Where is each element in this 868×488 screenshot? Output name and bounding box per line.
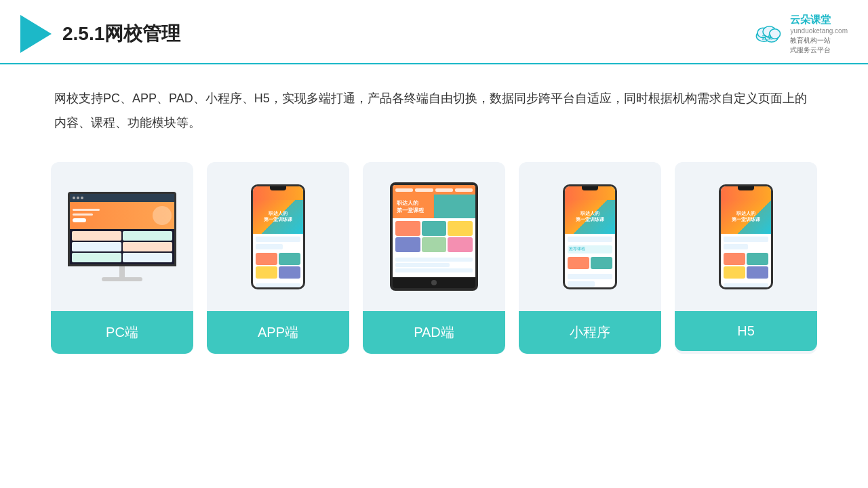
card-h5: 职达人的第一堂训练课 (675, 162, 817, 354)
svg-text:云朵: 云朵 (762, 35, 774, 41)
card-app-image: 职达人的第一堂训练课 (207, 162, 349, 311)
card-pc: PC端 (51, 162, 193, 354)
brand-logo: 云朵 云朵课堂 yunduoketang.com 教育机构一站 式服务云平台 (752, 12, 848, 55)
card-app-label: APP端 (207, 311, 349, 354)
brand-tagline: 教育机构一站 式服务云平台 (790, 36, 848, 55)
logo-triangle-icon (20, 15, 52, 53)
card-miniprogram-label: 小程序 (519, 311, 661, 354)
description-text: 网校支持PC、APP、PAD、小程序、H5，实现多端打通，产品各终端自由切换，数… (0, 64, 868, 148)
monitor-mockup (68, 192, 176, 281)
header: 2.5.1网校管理 云朵 云朵课堂 yunduoketang.com 教育机构一… (0, 0, 868, 64)
cloud-logo-icon: 云朵 (752, 22, 785, 46)
card-miniprogram: 职达人的第一堂训练课 推荐课程 (519, 162, 661, 354)
tablet-body: 职达人的第一堂课程 (390, 182, 478, 291)
phone-mockup-app: 职达人的第一堂训练课 (251, 184, 305, 289)
card-miniprogram-image: 职达人的第一堂训练课 推荐课程 (519, 162, 661, 311)
phone-mockup-mini: 职达人的第一堂训练课 推荐课程 (563, 184, 617, 289)
cards-section: PC端 职达人的第一堂训练课 (0, 148, 868, 367)
card-pad: 职达人的第一堂课程 (363, 162, 505, 354)
tablet-mockup: 职达人的第一堂课程 (390, 182, 478, 291)
card-h5-label: H5 (675, 311, 817, 351)
card-app: 职达人的第一堂训练课 (207, 162, 349, 354)
brand-url: yunduoketang.com (790, 26, 848, 36)
monitor-screen (68, 192, 176, 266)
header-left: 2.5.1网校管理 (20, 15, 180, 53)
page-title: 2.5.1网校管理 (62, 21, 180, 47)
brand-text: 云朵课堂 yunduoketang.com 教育机构一站 式服务云平台 (790, 12, 848, 55)
card-pad-image: 职达人的第一堂课程 (363, 162, 505, 311)
phone-body-mini: 职达人的第一堂训练课 推荐课程 (563, 184, 617, 289)
card-pc-label: PC端 (51, 311, 193, 354)
card-pc-image (51, 162, 193, 311)
card-pad-label: PAD端 (363, 311, 505, 354)
card-h5-image: 职达人的第一堂训练课 (675, 162, 817, 311)
brand-name: 云朵课堂 (790, 12, 848, 26)
phone-body-app: 职达人的第一堂训练课 (251, 184, 305, 289)
phone-body-h5: 职达人的第一堂训练课 (719, 184, 773, 289)
phone-mockup-h5: 职达人的第一堂训练课 (719, 184, 773, 289)
description-paragraph: 网校支持PC、APP、PAD、小程序、H5，实现多端打通，产品各终端自由切换，数… (54, 86, 814, 135)
